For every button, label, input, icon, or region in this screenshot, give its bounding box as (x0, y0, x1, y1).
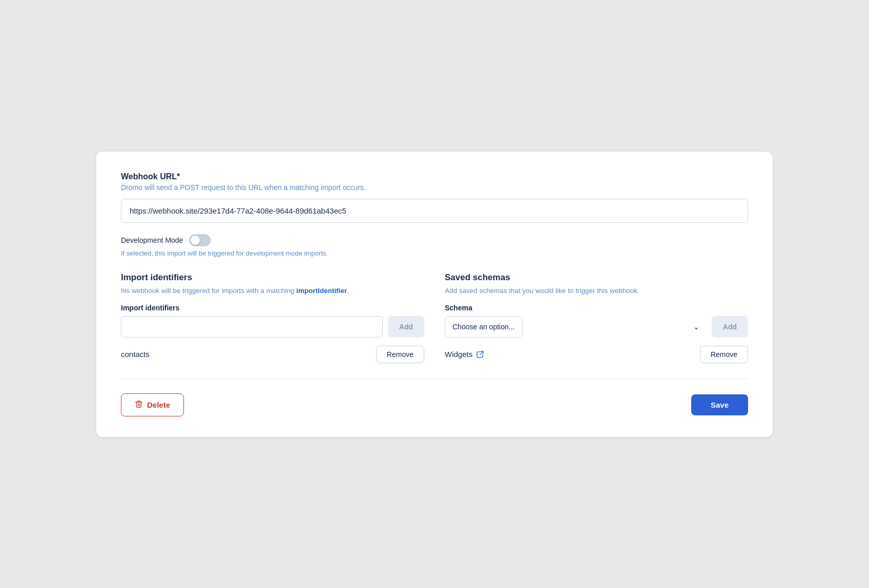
import-identifiers-desc-text2: . (347, 287, 349, 295)
import-identifier-input[interactable] (121, 316, 383, 338)
webhook-url-input[interactable] (121, 199, 748, 223)
import-identifier-item-row: contacts Remove (121, 346, 424, 363)
dev-mode-label: Development Mode (121, 236, 183, 244)
delete-button[interactable]: Delete (121, 393, 184, 416)
saved-schemas-title: Saved schemas (445, 272, 748, 283)
schema-select[interactable]: Choose an option... Schema A Schema B Sc… (445, 316, 523, 338)
import-identifiers-desc: his webhook will be triggered for import… (121, 287, 424, 295)
two-col-section: Import identifiers his webhook will be t… (121, 272, 748, 363)
import-identifier-add-button[interactable]: Add (388, 316, 424, 338)
saved-schemas-desc: Add saved schemas that you would like to… (445, 287, 748, 295)
import-identifier-item-name: contacts (121, 350, 150, 359)
footer-row: Delete Save (121, 393, 748, 416)
schema-field-label: Schema (445, 304, 748, 312)
saved-schemas-section: Saved schemas Add saved schemas that you… (445, 272, 748, 363)
schema-item-name: Widgets (445, 350, 472, 359)
webhook-url-label: Webhook URL* (121, 172, 748, 181)
import-identifiers-desc-text1: his webhook will be triggered for import… (121, 287, 296, 295)
webhook-url-desc: Dromo will send a POST request to this U… (121, 183, 748, 192)
webhook-url-section: Webhook URL* Dromo will send a POST requ… (121, 172, 748, 234)
footer-divider (121, 379, 748, 379)
import-identifier-link[interactable]: importIdentifier (296, 287, 347, 295)
import-identifiers-section: Import identifiers his webhook will be t… (121, 272, 424, 363)
schema-add-button[interactable]: Add (712, 316, 748, 338)
delete-label: Delete (147, 401, 170, 409)
dev-mode-desc: If selected, this import will be trigger… (121, 249, 748, 257)
import-identifiers-title: Import identifiers (121, 272, 424, 283)
webhook-config-card: Webhook URL* Dromo will send a POST requ… (96, 152, 773, 437)
save-button[interactable]: Save (691, 394, 748, 415)
chevron-down-icon: ⌄ (693, 323, 699, 331)
import-identifiers-field-label: Import identifiers (121, 304, 424, 312)
import-identifier-input-row: Add (121, 316, 424, 338)
trash-icon (135, 400, 143, 410)
dev-mode-toggle[interactable] (189, 234, 211, 246)
schema-select-wrapper: Choose an option... Schema A Schema B Sc… (445, 316, 707, 338)
schema-remove-button[interactable]: Remove (700, 346, 748, 363)
schema-select-row: Choose an option... Schema A Schema B Sc… (445, 316, 748, 338)
schema-item-row: Widgets Remove (445, 346, 748, 363)
external-link-icon (477, 351, 484, 358)
import-identifier-remove-button[interactable]: Remove (376, 346, 424, 363)
schema-item-name-group: Widgets (445, 350, 484, 359)
toggle-slider (189, 234, 211, 246)
dev-mode-row: Development Mode (121, 234, 748, 246)
